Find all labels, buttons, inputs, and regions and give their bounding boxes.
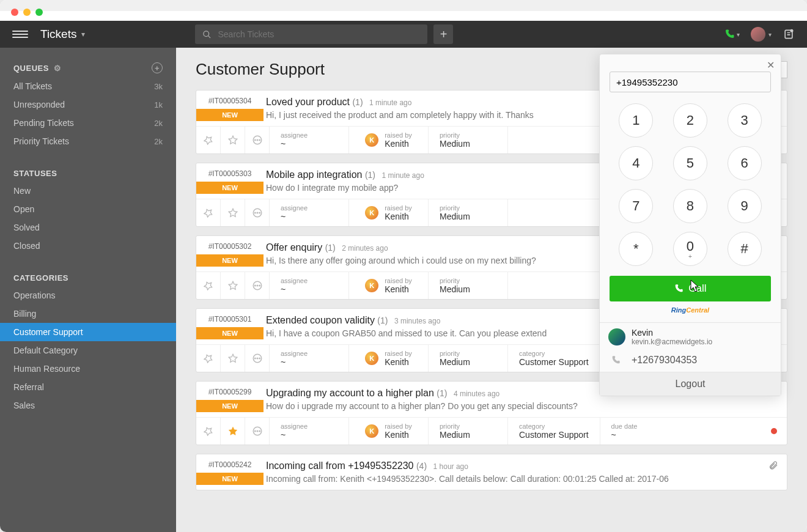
sidebar-status-item[interactable]: New [0,182,176,200]
more-icon[interactable] [245,272,270,299]
sidebar-category-item[interactable]: Default Category [0,341,176,360]
star-icon[interactable] [221,345,245,372]
user-email: kevin.k@acmewidgets.io [632,338,712,346]
window-titlebar [0,0,807,11]
more-icon[interactable] [245,127,270,153]
more-icon[interactable] [245,199,270,226]
search-input[interactable] [218,29,420,39]
assignee-cell: assignee~ [270,418,349,445]
phone-icon [724,29,735,40]
ticket-id: #IT00005299 [196,388,263,396]
close-window-dot[interactable] [11,9,18,16]
status-badge: NEW [196,327,263,339]
ticket-id: #IT00005242 [196,460,263,469]
dialpad-key[interactable]: 1 [619,103,653,138]
star-icon[interactable] [221,199,245,226]
chevron-down-icon[interactable]: ▾ [81,30,85,39]
pin-icon[interactable] [196,345,221,372]
sidebar-category-item[interactable]: Operations [0,286,176,305]
status-badge: NEW [196,400,263,412]
dialpad-key[interactable]: 0+ [673,232,707,266]
ticket-id: #IT00005304 [196,97,263,105]
assignee-cell: assignee~ [270,127,349,153]
pin-icon[interactable] [196,272,221,299]
sidebar-status-item[interactable]: Solved [0,218,176,237]
call-button[interactable]: Call [610,276,771,301]
dialpad-key[interactable]: 8 [673,189,707,223]
dialpad-key[interactable]: 9 [728,189,762,223]
notifications-icon[interactable] [783,28,795,40]
more-icon[interactable] [245,418,270,445]
status-badge: NEW [196,182,263,194]
svg-point-21 [259,358,260,359]
sidebar-queue-item[interactable]: All Tickets3k [0,77,176,95]
ticket-subject: Extended coupon validity [266,315,375,325]
raised-by-cell: Kraised byKenith [349,418,429,445]
sidebar-category-item[interactable]: Customer Support [0,323,176,341]
sidebar-queue-item[interactable]: Priority Tickets2k [0,132,176,150]
priority-cell: priorityMedium [429,272,508,299]
add-queue-button[interactable]: + [152,62,163,73]
sidebar-status-item[interactable]: Closed [0,237,176,255]
svg-point-5 [790,29,794,32]
ticket-card[interactable]: #IT00005242 NEW Incoming call from +1949… [196,454,787,490]
phone-dropdown[interactable]: ▾ [724,29,740,40]
queues-header: QUEUES ⚙ + [0,59,176,77]
dial-number-input[interactable]: +19495352230 [610,72,771,92]
dialpad-key[interactable]: * [619,232,653,266]
star-icon[interactable] [221,272,245,299]
pin-icon[interactable] [196,418,221,445]
ticket-snippet: How do i upgrade my account to a higher … [266,401,777,411]
maximize-window-dot[interactable] [35,9,43,16]
ticket-id: #IT00005303 [196,169,263,178]
pin-icon[interactable] [196,199,221,226]
avatar [608,328,625,345]
dialpad-key[interactable]: # [728,232,762,266]
sidebar-queue-item[interactable]: Unresponded1k [0,95,176,114]
due-date-cell: due date~ [600,418,771,445]
gear-icon[interactable]: ⚙ [54,64,62,73]
ticket-subject: Incoming call from +19495352230 [266,460,414,471]
svg-point-12 [257,212,258,213]
svg-point-13 [259,212,260,213]
dialpad-key[interactable]: 3 [728,103,762,138]
minimize-window-dot[interactable] [23,9,31,16]
dialpad-key[interactable]: 6 [728,146,762,180]
ticket-id-col: #IT00005302 NEW [196,236,263,272]
svg-point-23 [254,430,256,432]
app-title[interactable]: Tickets [40,28,76,41]
svg-line-1 [208,35,211,38]
sidebar-status-item[interactable]: Open [0,200,176,218]
sidebar-category-item[interactable]: Sales [0,396,176,415]
dialpad-key[interactable]: 2 [673,103,707,138]
ticket-id: #IT00005302 [196,242,263,251]
dialpad-key[interactable]: 5 [673,146,707,180]
sidebar-category-item[interactable]: Referral [0,378,176,396]
new-ticket-button[interactable]: + [433,24,453,44]
sidebar-queue-item[interactable]: Pending Tickets2k [0,114,176,132]
dialer-user: Kevin kevin.k@acmewidgets.io [600,322,781,351]
close-icon[interactable]: ✕ [767,59,775,71]
svg-point-0 [204,31,209,36]
ticket-subject: Offer enquiry [266,242,322,253]
dialpad-key[interactable]: 4 [619,146,653,180]
avatar [751,27,765,42]
reply-count: (1) [377,316,388,325]
assignee-cell: assignee~ [270,272,349,299]
category-cell: categoryCustomer Support [508,418,600,445]
menu-icon[interactable] [12,31,28,38]
sidebar-category-item[interactable]: Billing [0,305,176,323]
more-icon[interactable] [245,345,270,372]
ticket-subject: Loved your product [266,97,350,107]
star-icon[interactable] [221,127,245,153]
avatar-dropdown[interactable]: ▾ [751,27,772,42]
sidebar-category-item[interactable]: Human Resource [0,360,176,378]
star-icon[interactable] [221,418,245,445]
search-container [195,24,427,44]
svg-point-24 [257,430,258,432]
logout-button[interactable]: Logout [600,372,781,396]
raised-by-cell: Kraised byKenith [349,272,429,299]
dialpad-key[interactable]: 7 [619,189,653,223]
pin-icon[interactable] [196,127,221,153]
status-badge: NEW [196,473,263,485]
